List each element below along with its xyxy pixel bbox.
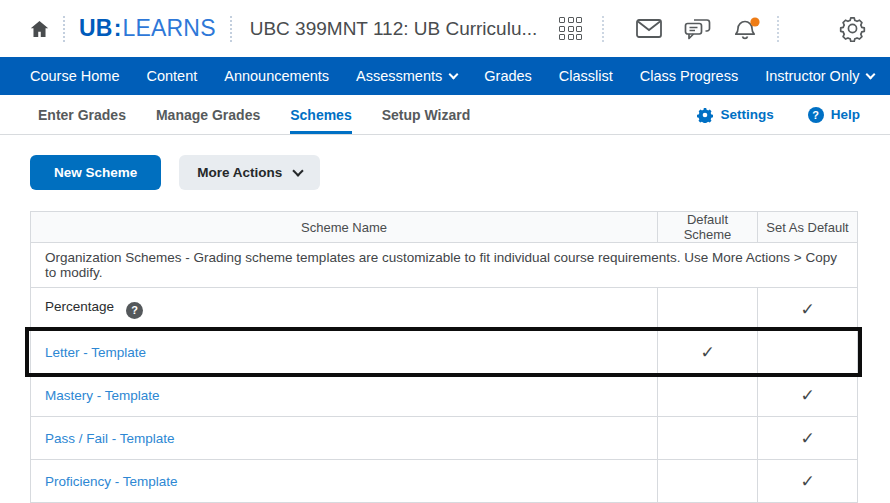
org-schemes-description: Organization Schemes - Grading scheme te…	[31, 243, 858, 288]
set-as-default-cell[interactable]: ✓	[758, 288, 858, 331]
nav-grades[interactable]: Grades	[484, 68, 532, 84]
grades-subnav: Enter Grades Manage Grades Schemes Setup…	[0, 95, 890, 135]
tab-schemes[interactable]: Schemes	[290, 95, 351, 134]
scheme-row: Pass / Fail - Template✓	[31, 417, 858, 460]
ub-learns-logo[interactable]: UB:LEARNS	[79, 15, 216, 42]
scheme-table-body: Percentage?✓Letter - Template✓Mastery - …	[31, 288, 858, 503]
tab-setup-wizard[interactable]: Setup Wizard	[382, 95, 471, 134]
scheme-name-cell: Proficiency - Template	[31, 460, 658, 503]
scheme-name-cell: Letter - Template	[31, 331, 658, 374]
table-header-row: Scheme Name Default Scheme Set As Defaul…	[31, 212, 858, 243]
scheme-name-cell: Percentage?	[31, 288, 658, 331]
help-button[interactable]: ? Help	[808, 107, 860, 123]
nav-course-home[interactable]: Course Home	[30, 68, 119, 84]
nav-announcements[interactable]: Announcements	[224, 68, 329, 84]
gear-icon[interactable]	[839, 15, 866, 42]
default-scheme-cell	[658, 288, 758, 331]
help-icon: ?	[808, 107, 824, 123]
scheme-link[interactable]: Proficiency - Template	[45, 474, 178, 489]
top-bar: UB:LEARNS UBC 399MNT 112: UB Curriculu..…	[0, 0, 890, 57]
scheme-link[interactable]: Letter - Template	[45, 345, 146, 360]
scheme-name: Percentage	[45, 299, 114, 314]
col-default-scheme: Default Scheme	[658, 212, 758, 243]
help-icon[interactable]: ?	[126, 302, 143, 319]
new-scheme-button[interactable]: New Scheme	[30, 155, 161, 190]
settings-gear-icon	[697, 107, 713, 123]
scheme-name-cell: Mastery - Template	[31, 374, 658, 417]
set-as-default-cell[interactable]	[758, 331, 858, 374]
default-scheme-cell	[658, 417, 758, 460]
chevron-down-icon	[866, 69, 876, 79]
chevron-down-icon	[449, 69, 459, 79]
nav-instructor-only[interactable]: Instructor Only	[765, 68, 874, 84]
nav-assessments[interactable]: Assessments	[356, 68, 457, 84]
chat-icon[interactable]	[684, 18, 711, 40]
waffle-icon[interactable]	[559, 17, 582, 40]
home-icon[interactable]	[30, 20, 49, 38]
set-as-default-cell[interactable]: ✓	[758, 460, 858, 503]
schemes-table-wrap: Scheme Name Default Scheme Set As Defaul…	[30, 211, 857, 503]
divider	[777, 16, 779, 42]
course-title: UBC 399MNT 112: UB Curriculu...	[250, 18, 538, 40]
nav-content[interactable]: Content	[146, 68, 197, 84]
schemes-table: Scheme Name Default Scheme Set As Defaul…	[30, 211, 858, 503]
col-set-as-default: Set As Default	[758, 212, 858, 243]
bell-icon[interactable]	[733, 17, 761, 41]
tab-manage-grades[interactable]: Manage Grades	[156, 95, 260, 134]
tab-enter-grades[interactable]: Enter Grades	[38, 95, 126, 134]
scheme-row: Proficiency - Template✓	[31, 460, 858, 503]
divider	[602, 16, 604, 42]
scheme-link[interactable]: Mastery - Template	[45, 388, 160, 403]
alert-dot	[751, 17, 760, 26]
scheme-link[interactable]: Pass / Fail - Template	[45, 431, 175, 446]
chevron-down-icon	[293, 165, 304, 176]
col-scheme-name: Scheme Name	[31, 212, 658, 243]
nav-classlist[interactable]: Classlist	[559, 68, 613, 84]
default-scheme-cell	[658, 460, 758, 503]
set-as-default-cell[interactable]: ✓	[758, 417, 858, 460]
nav-class-progress[interactable]: Class Progress	[640, 68, 738, 84]
scheme-row: Letter - Template✓	[31, 331, 858, 374]
mail-icon[interactable]	[636, 19, 662, 38]
divider	[63, 16, 65, 42]
settings-button[interactable]: Settings	[697, 107, 773, 123]
scheme-name-cell: Pass / Fail - Template	[31, 417, 658, 460]
course-navbar: Course Home Content Announcements Assess…	[0, 57, 890, 95]
actions-toolbar: New Scheme More Actions	[30, 155, 890, 190]
more-actions-button[interactable]: More Actions	[179, 155, 320, 190]
scheme-row: Mastery - Template✓	[31, 374, 858, 417]
scheme-row: Percentage?✓	[31, 288, 858, 331]
info-row: Organization Schemes - Grading scheme te…	[31, 243, 858, 288]
default-scheme-cell	[658, 374, 758, 417]
default-scheme-cell: ✓	[658, 331, 758, 374]
divider	[230, 16, 232, 42]
set-as-default-cell[interactable]: ✓	[758, 374, 858, 417]
